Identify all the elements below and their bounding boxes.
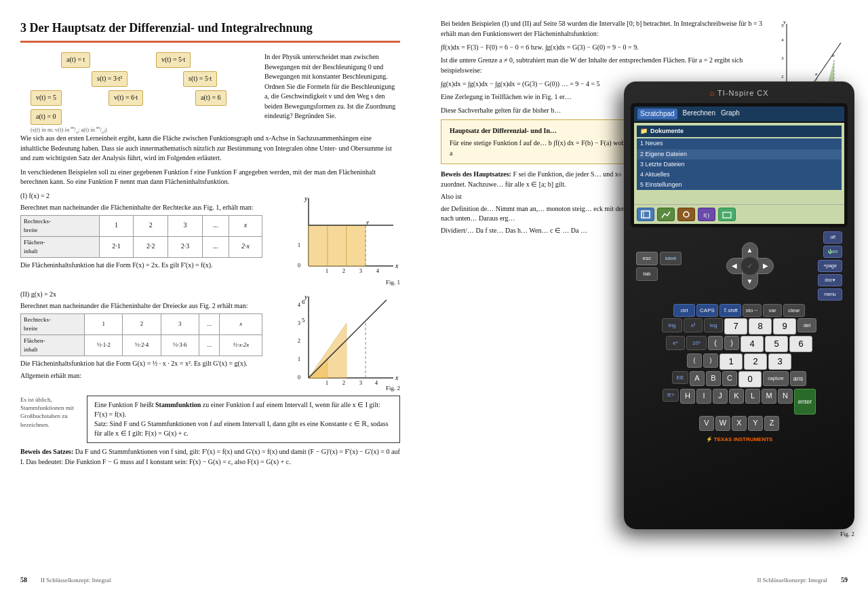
key-8[interactable]: 8 xyxy=(749,318,772,334)
svg-text:2: 2 xyxy=(781,74,784,79)
key-10x[interactable]: 10* xyxy=(686,336,707,350)
key-M[interactable]: M xyxy=(762,389,776,404)
key-off[interactable]: off xyxy=(823,231,842,244)
key-capture[interactable]: capture xyxy=(763,371,789,386)
calc-menu-bar[interactable]: Scratchpad Berechnen Graph xyxy=(634,107,844,122)
calc-menu-item-1[interactable]: 1 Neues xyxy=(637,138,842,149)
calc-icon-1[interactable] xyxy=(637,208,654,221)
key-page[interactable]: +page xyxy=(818,260,842,272)
key-ans[interactable]: ans xyxy=(790,371,806,386)
key-clear[interactable]: clear xyxy=(783,304,805,317)
svg-text:4: 4 xyxy=(376,268,379,274)
keyrow-math1: trig x² log 7 8 9 del xyxy=(633,318,845,334)
key-enter[interactable]: enter xyxy=(794,389,816,415)
key-2[interactable]: 2 xyxy=(744,353,767,370)
calc-menu-item-5[interactable]: 5 Einstellungen xyxy=(637,180,842,190)
key-6[interactable]: 6 xyxy=(789,336,812,352)
key-EE[interactable]: EE xyxy=(672,371,688,384)
key-I[interactable]: I xyxy=(696,389,711,404)
key-Y[interactable]: Y xyxy=(748,416,763,431)
calc-tab-scratchpad[interactable]: Scratchpad xyxy=(637,109,677,120)
svg-text:1: 1 xyxy=(298,242,300,248)
calc-tab-berechnen[interactable]: Berechnen xyxy=(683,109,715,120)
key-doc[interactable]: doc▾ xyxy=(818,274,842,286)
key-caps[interactable]: CAPS xyxy=(696,304,718,317)
key-pi[interactable]: π÷ xyxy=(663,389,679,402)
key-J[interactable]: J xyxy=(713,389,728,404)
key-H[interactable]: H xyxy=(680,389,695,404)
calc-icon-3[interactable] xyxy=(677,208,695,221)
svg-rect-12 xyxy=(347,225,366,266)
key-5[interactable]: 5 xyxy=(765,336,788,352)
svg-rect-11 xyxy=(328,225,347,266)
general-text: Allgemein erhält man: xyxy=(20,371,290,381)
key-X[interactable]: X xyxy=(732,416,747,431)
key-1[interactable]: 1 xyxy=(719,353,743,370)
key-on[interactable]: ⏻on xyxy=(823,246,842,258)
page-subtitle-right: II Schlüsselkonzept: Integral xyxy=(757,576,827,585)
calc-menu-item-2[interactable]: 2 Eigene Dateien xyxy=(637,149,842,159)
example1-title: (I) f(x) = 2 xyxy=(20,191,290,202)
calc-icon-5[interactable] xyxy=(718,208,736,221)
calc-dokumente-header[interactable]: 📁Dokumente xyxy=(637,126,842,137)
calc-screen-area: Scratchpad Berechnen Graph 📁Dokumente 1 … xyxy=(631,103,848,228)
key-save[interactable]: save xyxy=(660,252,682,265)
key-e[interactable]: e* xyxy=(666,336,685,350)
calc-nav-area: esc save tab ▲ ▼ ◀ ▶ ✓ xyxy=(631,231,848,301)
page-left: 3 Der Hauptsatz der Differenzial- und In… xyxy=(0,0,420,593)
motion-box-3: s(t) = 3·t² xyxy=(92,71,127,87)
key-menu[interactable]: menu xyxy=(818,288,842,301)
svg-rect-10 xyxy=(309,225,328,266)
stammfunktion-box: Eine Funktion F heißt Stammfunktion zu e… xyxy=(87,396,400,443)
svg-text:b: b xyxy=(832,53,835,58)
calc-icon-4[interactable]: f() xyxy=(698,208,715,221)
key-W[interactable]: W xyxy=(715,416,730,431)
stammfunktion-bold: Stammfunktion xyxy=(155,401,201,408)
key-9[interactable]: 9 xyxy=(773,318,796,334)
dpad-center[interactable]: ✓ xyxy=(740,256,760,276)
key-shift[interactable]: ⇧shift xyxy=(719,304,741,317)
key-V[interactable]: V xyxy=(699,416,714,431)
motion-box-1: a(t) = t xyxy=(61,52,90,68)
key-K[interactable]: K xyxy=(729,389,744,404)
svg-text:0: 0 xyxy=(298,263,300,269)
key-3[interactable]: 3 xyxy=(768,353,791,370)
calc-right-keys: off ⏻on +page doc▾ menu xyxy=(818,231,842,301)
key-trig[interactable]: trig xyxy=(662,318,682,332)
key-B[interactable]: B xyxy=(706,371,721,386)
motion-description: In der Physik unterscheidet man zwischen… xyxy=(264,52,400,127)
calc-tab-graph[interactable]: Graph xyxy=(721,109,740,120)
key-x2[interactable]: x² xyxy=(684,318,703,332)
calc-icon-2[interactable] xyxy=(657,208,675,221)
calc-menu-item-4[interactable]: 4 Aktuelles xyxy=(637,170,842,180)
key-del[interactable]: del xyxy=(797,318,816,332)
key-L[interactable]: L xyxy=(745,389,760,404)
key-sto[interactable]: sto→ xyxy=(743,304,762,317)
svg-text:4: 4 xyxy=(375,380,378,386)
key-0[interactable]: 0 xyxy=(738,371,762,387)
key-comma[interactable]: ( xyxy=(687,353,702,368)
key-log[interactable]: log xyxy=(704,318,723,332)
key-4[interactable]: 4 xyxy=(741,336,764,352)
key-Z[interactable]: Z xyxy=(764,416,779,431)
key-lparen[interactable]: ( xyxy=(708,336,723,350)
key-N[interactable]: N xyxy=(778,389,793,404)
key-rp2[interactable]: ) xyxy=(703,353,718,368)
svg-text:x: x xyxy=(395,262,399,269)
svg-text:2: 2 xyxy=(298,338,300,344)
side-note: Es ist üblich, Stammfunktionen mit Großb… xyxy=(20,396,81,443)
key-ctrl[interactable]: ctrl xyxy=(673,304,695,317)
graph1-svg: y x 0 1 1 2 3 4 xyxy=(295,191,400,280)
key-A[interactable]: A xyxy=(690,371,705,386)
key-7[interactable]: 7 xyxy=(724,318,747,334)
key-var[interactable]: var xyxy=(763,304,782,317)
calc-menu-item-3[interactable]: 3 Letzte Dateien xyxy=(637,159,842,170)
theorem-text: Für eine stetige Funktion f auf de… b ∫f… xyxy=(450,138,644,158)
svg-text:1: 1 xyxy=(326,268,328,274)
key-esc[interactable]: esc xyxy=(636,252,658,265)
svg-text:f(): f() xyxy=(703,212,709,218)
calc-dpad[interactable]: ▲ ▼ ◀ ▶ ✓ xyxy=(726,242,774,290)
key-tab[interactable]: tab xyxy=(636,267,658,281)
key-C[interactable]: C xyxy=(722,371,737,386)
key-rparen[interactable]: ) xyxy=(724,336,739,350)
